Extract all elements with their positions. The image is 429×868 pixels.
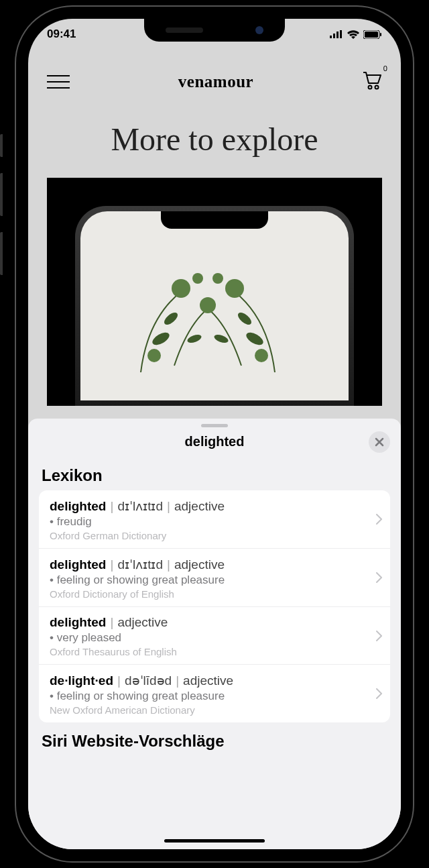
sheet-title: delighted: [28, 430, 401, 453]
cellular-icon: [330, 30, 343, 38]
svg-point-19: [255, 349, 268, 362]
phone-side-buttons: [0, 134, 3, 291]
brand-logo[interactable]: venamour: [178, 72, 253, 91]
entry-source: New Oxford American Dictionary: [50, 704, 379, 716]
chevron-right-icon: [376, 688, 382, 699]
svg-point-8: [375, 86, 378, 89]
svg-point-20: [192, 273, 203, 284]
sheet-grabber[interactable]: [201, 424, 228, 427]
chevron-right-icon: [376, 572, 382, 583]
device-notch: [144, 19, 285, 42]
entry-source: Oxford Dictionary of English: [50, 588, 379, 600]
status-time: 09:41: [47, 28, 76, 41]
svg-point-10: [162, 311, 180, 327]
svg-point-12: [236, 311, 253, 327]
entry-definition: • feeling or showing great pleasure: [50, 690, 379, 703]
siri-suggestions-label: Siri Website-Vorschläge: [28, 722, 401, 751]
hero-image[interactable]: [47, 178, 382, 406]
cart-count: 0: [383, 64, 387, 72]
svg-point-7: [368, 86, 371, 89]
chevron-right-icon: [376, 514, 382, 525]
entry-definition: • freudig: [50, 515, 379, 529]
svg-point-11: [244, 330, 265, 347]
svg-point-13: [186, 333, 202, 345]
svg-rect-5: [365, 32, 378, 38]
floral-illustration: [107, 252, 308, 386]
close-button[interactable]: [369, 431, 390, 453]
svg-point-9: [150, 330, 171, 347]
svg-rect-3: [340, 30, 342, 38]
entry-source: Oxford German Dictionary: [50, 530, 379, 541]
status-icons: [330, 30, 382, 39]
menu-button[interactable]: [47, 75, 70, 89]
lookup-sheet: delighted Lexikon delighted|dɪˈlʌɪtɪd|ad…: [28, 419, 401, 849]
wifi-icon: [347, 30, 359, 39]
entry-definition: • feeling or showing great pleasure: [50, 574, 379, 587]
lexikon-label: Lexikon: [28, 459, 401, 490]
cart-icon: [362, 71, 382, 90]
dictionary-entry[interactable]: delighted|adjective • very pleased Oxfor…: [39, 607, 390, 665]
dictionary-entry[interactable]: delighted|dɪˈlʌɪtɪd|adjective • feeling …: [39, 549, 390, 607]
nested-phone-mockup: [75, 206, 354, 406]
battery-icon: [363, 30, 382, 39]
svg-point-14: [213, 333, 229, 345]
svg-point-18: [147, 349, 161, 362]
dictionary-entry[interactable]: de·light·ed|dəˈlīdəd|adjective • feeling…: [39, 665, 390, 722]
entry-source: Oxford Thesaurus of English: [50, 646, 379, 657]
dictionary-entry[interactable]: delighted|dɪˈlʌɪtɪd|adjective • freudig …: [39, 490, 390, 549]
svg-point-21: [212, 273, 223, 284]
entry-definition: • very pleased: [50, 631, 379, 645]
phone-frame: 09:41 venamour 0: [15, 5, 414, 863]
svg-rect-1: [333, 34, 335, 38]
chevron-right-icon: [376, 631, 382, 641]
dictionary-results-card: delighted|dɪˈlʌɪtɪd|adjective • freudig …: [39, 490, 390, 722]
svg-point-16: [225, 279, 244, 298]
cart-button[interactable]: 0: [362, 71, 382, 93]
svg-rect-0: [330, 36, 332, 38]
close-icon: [375, 437, 384, 447]
svg-point-17: [200, 297, 216, 313]
svg-rect-2: [336, 32, 339, 38]
svg-rect-6: [380, 33, 381, 36]
home-indicator[interactable]: [164, 839, 265, 843]
section-title: More to explore: [28, 121, 401, 158]
svg-point-15: [172, 279, 190, 298]
